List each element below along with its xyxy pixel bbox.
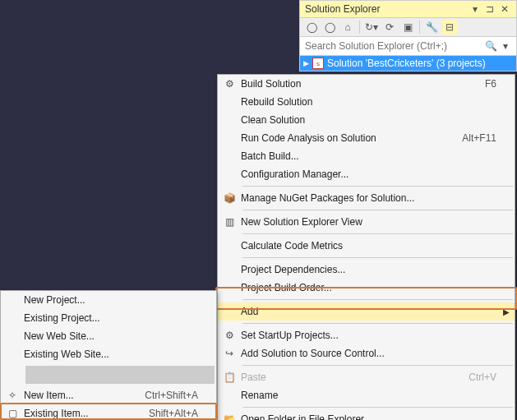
search-input[interactable] — [303, 39, 483, 53]
forward-icon[interactable]: ◯ — [321, 20, 338, 35]
panel-titlebar: Solution Explorer ▾ ⊐ ✕ — [300, 1, 516, 17]
menu-separator — [242, 210, 513, 210]
add-submenu: New Project...Existing Project...New Web… — [0, 290, 217, 420]
panel-title-text: Solution Explorer — [305, 3, 467, 15]
submenu-item[interactable]: New Project... — [1, 291, 216, 309]
menu-item[interactable]: Calculate Code Metrics — [218, 237, 515, 255]
menu-separator — [242, 257, 513, 258]
submenu-item-shortcut: Ctrl+Shift+A — [145, 390, 201, 401]
submenu-item[interactable]: Existing Project... — [1, 309, 216, 327]
solution-explorer-panel: Solution Explorer ▾ ⊐ ✕ ◯ ◯ ⌂ ↻▾ ⟳ ▣ 🔧 ⊟… — [299, 0, 517, 72]
menu-item[interactable]: 📂Open Folder in File Explorer — [218, 410, 515, 420]
solution-tree: ▶ s Solution 'BestCricketers' (3 project… — [300, 56, 516, 71]
context-menu: ⚙Build SolutionF6Rebuild SolutionClean S… — [217, 74, 515, 420]
menu-item[interactable]: Rebuild Solution — [218, 93, 515, 111]
menu-item-label: Add Solution to Source Control... — [241, 348, 500, 359]
submenu-item[interactable]: Existing Web Site... — [1, 345, 216, 363]
refresh-icon[interactable]: ⟳ — [381, 20, 398, 35]
submenu-item[interactable]: New Web Site... — [1, 327, 216, 345]
menu-item[interactable]: Batch Build... — [218, 147, 515, 165]
submenu-item-label: Existing Item... — [24, 408, 149, 419]
pin-icon[interactable]: ⊐ — [483, 3, 496, 15]
menu-item[interactable]: Project Dependencies... — [218, 261, 515, 279]
menu-item[interactable]: ⚙Set StartUp Projects... — [218, 326, 515, 344]
submenu-item-label: New Item... — [24, 390, 145, 401]
build-icon-gutter: ⚙ — [218, 78, 241, 90]
new-view-icon-gutter: ▥ — [218, 216, 241, 228]
existing-item-icon-gutter: ▢ — [1, 408, 24, 419]
menu-item-label: Build Solution — [241, 78, 485, 90]
menu-item[interactable]: ▥New Solution Explorer View — [218, 213, 515, 231]
panel-toolbar: ◯ ◯ ⌂ ↻▾ ⟳ ▣ 🔧 ⊟ — [300, 17, 516, 37]
menu-separator — [242, 323, 513, 324]
menu-item-label: Project Build Order... — [241, 282, 500, 293]
paste-icon-gutter: 📋 — [218, 372, 241, 383]
submenu-item-label: Existing Web Site... — [24, 348, 201, 360]
search-dropdown-icon[interactable]: ▾ — [498, 40, 513, 52]
submenu-item[interactable]: ✧New Item...Ctrl+Shift+A — [1, 386, 216, 404]
submenu-item[interactable]: ▢Existing Item...Shift+Alt+A — [1, 404, 216, 420]
menu-separator — [242, 299, 513, 300]
menu-item[interactable]: 📋PasteCtrl+V — [218, 368, 515, 386]
properties-icon[interactable]: 🔧 — [423, 20, 440, 35]
menu-item-label: Add — [241, 306, 500, 317]
menu-item[interactable]: ⚙Build SolutionF6 — [218, 75, 515, 93]
menu-item[interactable]: ↪Add Solution to Source Control... — [218, 344, 515, 362]
menu-item[interactable]: Add▶ — [218, 302, 515, 321]
menu-item-label: Rename — [241, 390, 500, 401]
menu-item-label: Calculate Code Metrics — [241, 240, 500, 252]
menu-item-label: New Solution Explorer View — [241, 216, 500, 228]
submenu-item-shortcut: Shift+Alt+A — [149, 408, 201, 419]
menu-item-label: Clean Solution — [241, 114, 500, 126]
menu-separator — [242, 233, 513, 234]
nuget-icon-gutter: 📦 — [218, 192, 241, 204]
menu-item[interactable]: Project Build Order... — [218, 279, 515, 297]
menu-item[interactable]: Clean Solution — [218, 111, 515, 129]
menu-item-label: Paste — [241, 372, 469, 383]
menu-item[interactable]: Rename — [218, 386, 515, 404]
menu-separator — [25, 366, 215, 384]
sync-icon[interactable]: ↻▾ — [363, 20, 380, 35]
folder-open-icon-gutter: 📂 — [218, 413, 241, 420]
submenu-item-label: Existing Project... — [24, 312, 201, 324]
show-all-icon[interactable]: ⊟ — [441, 20, 458, 35]
menu-item[interactable]: Run Code Analysis on SolutionAlt+F11 — [218, 129, 515, 147]
toolbar-separator — [419, 21, 420, 34]
menu-item-label: Project Dependencies... — [241, 264, 500, 275]
search-box[interactable]: 🔍 ▾ — [300, 37, 516, 56]
menu-item[interactable]: Configuration Manager... — [218, 165, 515, 183]
solution-icon: s — [312, 58, 324, 69]
menu-item-shortcut: F6 — [485, 78, 500, 90]
menu-separator — [242, 407, 513, 408]
menu-item-shortcut: Ctrl+V — [469, 372, 500, 383]
solution-node-label: Solution 'BestCricketers' (3 projects) — [327, 58, 486, 69]
menu-item[interactable]: 📦Manage NuGet Packages for Solution... — [218, 189, 515, 207]
collapse-icon[interactable]: ▣ — [399, 20, 416, 35]
menu-item-label: Manage NuGet Packages for Solution... — [241, 192, 500, 204]
menu-item-label: Run Code Analysis on Solution — [241, 132, 462, 144]
submenu-item-label: New Web Site... — [24, 330, 201, 342]
menu-item-label: Set StartUp Projects... — [241, 330, 500, 341]
menu-item-label: Batch Build... — [241, 150, 500, 162]
submenu-item-label: New Project... — [24, 294, 201, 306]
menu-item-shortcut: Alt+F11 — [462, 132, 500, 144]
source-control-icon-gutter: ↪ — [218, 348, 241, 359]
dropdown-icon[interactable]: ▾ — [469, 3, 482, 15]
expand-icon[interactable]: ▶ — [303, 59, 309, 67]
submenu-arrow-icon: ▶ — [503, 307, 510, 316]
close-icon[interactable]: ✕ — [498, 3, 511, 15]
solution-node[interactable]: ▶ s Solution 'BestCricketers' (3 project… — [300, 56, 516, 71]
home-icon[interactable]: ⌂ — [339, 20, 356, 35]
menu-item-label: Open Folder in File Explorer — [241, 413, 500, 420]
back-icon[interactable]: ◯ — [303, 20, 320, 35]
search-icon[interactable]: 🔍 — [483, 40, 498, 52]
new-item-icon-gutter: ✧ — [1, 390, 24, 401]
menu-separator — [242, 365, 513, 366]
menu-separator — [242, 186, 513, 187]
menu-item-label: Rebuild Solution — [241, 96, 500, 108]
toolbar-separator — [359, 21, 360, 34]
menu-item-label: Configuration Manager... — [241, 168, 500, 180]
gear-icon-gutter: ⚙ — [218, 330, 241, 341]
